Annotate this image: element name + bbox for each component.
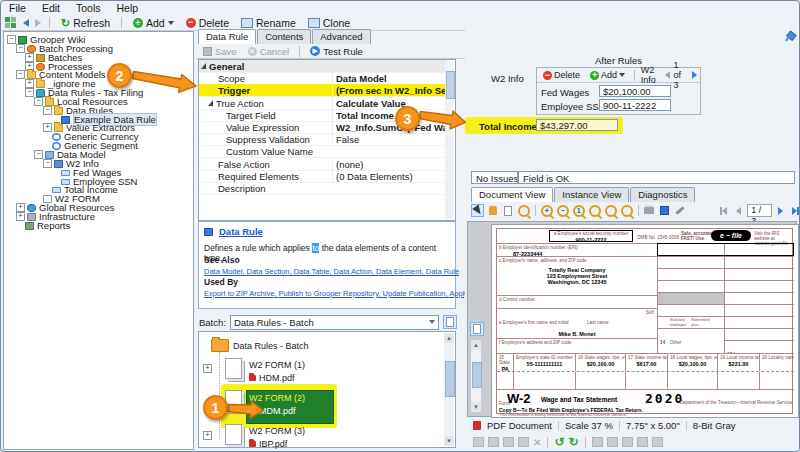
property-row-description[interactable]: Description bbox=[199, 182, 447, 195]
expander-icon[interactable] bbox=[34, 150, 43, 159]
settings-wrench-icon[interactable] bbox=[673, 204, 686, 217]
snapshot-tool-icon[interactable] bbox=[502, 204, 515, 217]
zoom-in-icon[interactable]: + bbox=[540, 204, 554, 217]
disabled-tool-icon[interactable] bbox=[622, 437, 633, 447]
scroll-down-icon[interactable]: ▼ bbox=[471, 402, 481, 412]
save-button[interactable]: Save bbox=[200, 44, 240, 58]
batch-select[interactable]: Data Rules - Batch bbox=[230, 315, 439, 330]
print-icon[interactable] bbox=[643, 204, 656, 217]
disabled-tool-icon[interactable] bbox=[503, 437, 514, 447]
clone-button[interactable]: Clone bbox=[305, 16, 353, 30]
property-grid-scrollbar[interactable] bbox=[445, 61, 454, 219]
link-data-action[interactable]: Data Action bbox=[334, 267, 377, 276]
expander-icon[interactable] bbox=[25, 88, 34, 97]
link-update-publication[interactable]: Update Publication bbox=[383, 289, 450, 298]
add-button[interactable]: + Add bbox=[130, 16, 177, 30]
nav-forward-icon[interactable] bbox=[35, 19, 41, 27]
save-image-icon[interactable] bbox=[658, 204, 671, 217]
link-data-section[interactable]: Data Section bbox=[247, 267, 294, 276]
nav-first-icon[interactable] bbox=[717, 204, 730, 217]
nav-back-icon[interactable] bbox=[23, 19, 29, 27]
scroll-thumb[interactable] bbox=[472, 362, 482, 388]
pointer-tool-icon[interactable] bbox=[471, 204, 484, 217]
expander-icon[interactable] bbox=[43, 106, 52, 115]
expander-icon[interactable] bbox=[25, 79, 34, 88]
record-delete-button[interactable]: −Delete bbox=[540, 68, 583, 82]
scroll-down-icon[interactable]: ▼ bbox=[444, 436, 454, 446]
data-rule-title-link[interactable]: Data Rule bbox=[219, 226, 263, 237]
link-data-rule[interactable]: Data Rule bbox=[426, 267, 459, 276]
fed-wages-input[interactable]: $20,100.00 bbox=[599, 85, 671, 97]
record-add-button[interactable]: +Add bbox=[587, 68, 628, 82]
expander-icon[interactable] bbox=[34, 97, 43, 106]
scroll-up-icon[interactable]: ▲ bbox=[444, 333, 454, 343]
disabled-tool-icon[interactable] bbox=[607, 437, 618, 447]
scroll-up-icon[interactable]: ▲ bbox=[471, 340, 481, 350]
tab-contents[interactable]: Contents bbox=[257, 29, 311, 44]
collapse-triangle-icon[interactable] bbox=[201, 63, 206, 69]
pan-tool-icon[interactable] bbox=[486, 204, 499, 217]
expander-icon[interactable] bbox=[16, 70, 25, 79]
nav-prev-icon[interactable] bbox=[732, 204, 745, 217]
fit-page-icon[interactable] bbox=[588, 204, 602, 217]
expander-icon[interactable] bbox=[203, 431, 212, 440]
menu-tools[interactable]: Tools bbox=[76, 2, 101, 14]
refresh-button[interactable]: ↻ Refresh bbox=[58, 16, 113, 30]
zoom-select-tool-icon[interactable] bbox=[517, 204, 531, 217]
delete-button[interactable]: − Delete bbox=[183, 16, 232, 30]
expander-icon[interactable] bbox=[16, 203, 25, 212]
menu-help[interactable]: Help bbox=[117, 2, 139, 14]
viewer-scrollbar[interactable]: ▲ ▼ bbox=[471, 340, 481, 412]
tab-diagnostics[interactable]: Diagnostics bbox=[630, 187, 695, 202]
expander-icon[interactable] bbox=[7, 35, 16, 44]
tab-advanced[interactable]: Advanced bbox=[312, 29, 370, 44]
disabled-tool-icon[interactable] bbox=[518, 437, 529, 447]
collapse-triangle-icon[interactable] bbox=[208, 100, 213, 106]
tab-instance-view[interactable]: Instance View bbox=[554, 187, 629, 202]
test-rule-button[interactable]: ▶Test Rule bbox=[307, 44, 366, 58]
expander-icon[interactable] bbox=[25, 53, 34, 62]
page-indicator[interactable]: 1 / 3 bbox=[747, 204, 771, 217]
disabled-tool-icon[interactable] bbox=[652, 437, 663, 447]
expander-icon[interactable] bbox=[43, 123, 52, 132]
expander-icon[interactable] bbox=[43, 159, 52, 168]
nav-next-icon[interactable] bbox=[774, 204, 787, 217]
pin-icon[interactable] bbox=[781, 29, 798, 46]
disabled-tool-icon[interactable] bbox=[488, 437, 499, 447]
tab-document-view[interactable]: Document View bbox=[471, 187, 553, 202]
nav-last-icon[interactable] bbox=[789, 204, 800, 217]
zoom-actual-icon[interactable]: 1 bbox=[572, 204, 586, 217]
total-income-input[interactable]: $43,297.00 bbox=[536, 119, 618, 131]
clear-icon[interactable]: ✕ bbox=[533, 437, 541, 448]
tree-item-reports[interactable]: Reports bbox=[16, 221, 70, 230]
expander-icon[interactable] bbox=[16, 212, 25, 221]
disabled-tool-icon[interactable] bbox=[473, 437, 484, 447]
batch-root-label[interactable]: Data Rules - Batch bbox=[233, 341, 309, 351]
property-row-trigger[interactable]: Trigger(From sec In W2_Info Select sec.E… bbox=[199, 84, 447, 97]
batch-view-toggle-button[interactable] bbox=[443, 315, 457, 329]
link-export-zip[interactable]: Export to ZIP Archive bbox=[204, 289, 278, 298]
disabled-tool-icon[interactable] bbox=[592, 437, 603, 447]
scrollb-thumb[interactable] bbox=[446, 71, 455, 99]
link-data-table[interactable]: Data Table bbox=[294, 267, 334, 276]
rotate-right-icon[interactable]: ↻ bbox=[568, 436, 578, 448]
property-row-custom-value-name[interactable]: Custom Value Name bbox=[199, 145, 447, 158]
scroll-thumb[interactable] bbox=[445, 361, 455, 397]
menu-file[interactable]: File bbox=[9, 2, 26, 14]
fit-height-icon[interactable] bbox=[620, 204, 634, 217]
expander-icon[interactable] bbox=[16, 44, 25, 53]
link-publish-repo[interactable]: Publish to Grooper Repository bbox=[278, 289, 382, 298]
record-prev-icon[interactable] bbox=[665, 71, 670, 79]
rename-button[interactable]: Rename bbox=[238, 16, 299, 30]
thumbnail-pane-button[interactable] bbox=[470, 322, 484, 336]
link-data-element[interactable]: Data Element bbox=[376, 267, 426, 276]
expander-icon[interactable] bbox=[203, 364, 212, 373]
fit-width-icon[interactable] bbox=[604, 204, 618, 217]
tab-data-rule[interactable]: Data Rule bbox=[198, 29, 256, 44]
menu-edit[interactable]: Edit bbox=[42, 2, 60, 14]
rotate-left-icon[interactable]: ↺ bbox=[554, 436, 564, 448]
employee-ssn-input[interactable]: 900-11-2222 bbox=[599, 99, 671, 111]
link-data-model[interactable]: Data Model bbox=[204, 267, 247, 276]
zoom-out-icon[interactable]: − bbox=[556, 204, 570, 217]
disabled-tool-icon[interactable] bbox=[637, 437, 648, 447]
